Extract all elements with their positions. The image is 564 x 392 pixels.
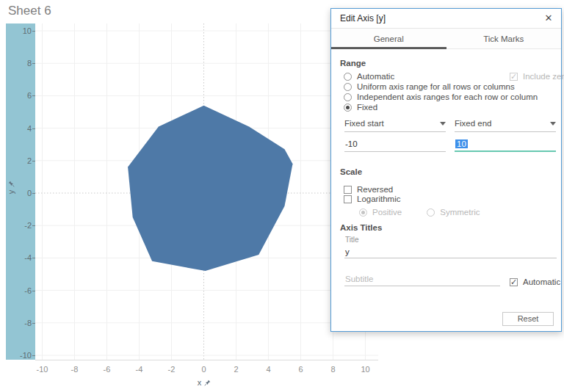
- y-tick-mark: [32, 95, 35, 96]
- y-tick-label: -4: [6, 253, 32, 262]
- include-zero-label: Include zero: [523, 72, 564, 81]
- y-tick-label: 8: [6, 59, 32, 68]
- y-tick-mark: [32, 31, 35, 32]
- y-tick-label: 2: [6, 156, 32, 165]
- chevron-down-icon[interactable]: [550, 122, 556, 126]
- symmetric-label: Symmetric: [440, 208, 480, 217]
- y-tick-label: -8: [6, 319, 32, 327]
- radio-independent-label[interactable]: Independent axis ranges for each row or …: [357, 92, 538, 101]
- subtitle-input-underline: [344, 286, 500, 286]
- radio-icon[interactable]: [344, 104, 352, 112]
- y-tick-mark: [32, 63, 35, 64]
- log-scale-mode-radios: Positive Symmetric: [359, 207, 480, 217]
- radio-icon[interactable]: [344, 83, 352, 91]
- radio-icon[interactable]: [344, 93, 352, 101]
- x-tick-label: 10: [355, 365, 377, 374]
- radio-icon: [359, 208, 367, 217]
- tab-tick-marks[interactable]: Tick Marks: [446, 29, 562, 48]
- radio-icon: [427, 208, 435, 217]
- dialog-tabs: General Tick Marks: [331, 29, 561, 49]
- x-tick-label: -2: [161, 365, 183, 374]
- subtitle-input[interactable]: Subtitle: [345, 275, 373, 283]
- checkbox-icon[interactable]: [510, 278, 518, 286]
- checkbox-icon[interactable]: [344, 195, 352, 203]
- range-heading: Range: [340, 59, 366, 68]
- x-tick-label: 8: [322, 365, 344, 374]
- y-tick-mark: [32, 323, 35, 324]
- title-input[interactable]: y: [345, 247, 350, 256]
- fixed-end-dropdown-underline: [455, 131, 556, 132]
- x-tick-label: 4: [258, 365, 280, 374]
- scale-heading: Scale: [340, 167, 362, 176]
- selected-text: 10: [455, 139, 468, 148]
- x-axis-title-label: x: [198, 378, 202, 387]
- include-zero-checkbox: Include zero: [510, 71, 564, 81]
- fixed-start-input[interactable]: -10: [345, 139, 358, 148]
- checkbox-icon[interactable]: [344, 186, 352, 194]
- automatic-checkbox[interactable]: Automatic: [510, 277, 560, 287]
- x-tick-label: -6: [96, 365, 118, 374]
- radio-uniform[interactable]: Uniform axis range for all rows or colum…: [344, 81, 515, 92]
- fixed-start-dropdown[interactable]: Fixed start: [344, 119, 446, 128]
- pin-icon: [8, 181, 15, 187]
- radio-independent[interactable]: Independent axis ranges for each row or …: [344, 92, 538, 102]
- y-axis-title[interactable]: y: [6, 178, 16, 197]
- x-tick-label: -4: [129, 365, 151, 374]
- y-tick-mark: [32, 161, 35, 161]
- y-tick-mark: [32, 225, 35, 226]
- checkbox-icon: [510, 73, 518, 81]
- y-tick-mark: [32, 258, 35, 258]
- pin-icon: [204, 380, 211, 386]
- x-tick-label: -10: [32, 365, 54, 374]
- y-tick-mark: [32, 128, 35, 129]
- y-tick-label: 10: [6, 26, 32, 35]
- fixed-end-focus-underline: [455, 150, 556, 152]
- title-input-underline: [344, 258, 557, 258]
- reset-button[interactable]: Reset: [502, 312, 554, 326]
- tab-general[interactable]: General: [331, 29, 446, 48]
- dialog-header: Edit Axis [y] ✕: [331, 9, 561, 29]
- dialog-title: Edit Axis [y]: [340, 9, 386, 29]
- y-tick-label: 6: [6, 91, 32, 100]
- radio-fixed-label[interactable]: Fixed: [357, 103, 377, 112]
- edit-axis-dialog: Edit Axis [y] ✕ General Tick Marks Range…: [330, 8, 562, 332]
- axis-titles-heading: Axis Titles: [340, 223, 382, 232]
- x-tick-label: 0: [193, 365, 215, 374]
- radio-uniform-label[interactable]: Uniform axis range for all rows or colum…: [357, 82, 515, 91]
- tableau-window: Sheet 6 1086420-2-4-6-8-10 -10-8-6-4-202…: [0, 0, 564, 392]
- fixed-end-dropdown[interactable]: Fixed end: [455, 119, 556, 128]
- fixed-end-label: Fixed end: [455, 119, 492, 128]
- y-tick-label: -2: [6, 221, 32, 230]
- title-field-label: Title: [345, 236, 359, 244]
- reversed-label[interactable]: Reversed: [357, 185, 393, 194]
- fixed-end-input[interactable]: 10: [455, 139, 468, 148]
- x-axis-title[interactable]: x: [188, 377, 220, 388]
- polygon-mark[interactable]: [128, 106, 292, 271]
- logarithmic-checkbox[interactable]: Logarithmic: [344, 194, 400, 204]
- radio-fixed[interactable]: Fixed: [344, 102, 377, 112]
- radio-automatic-label[interactable]: Automatic: [357, 72, 394, 81]
- y-axis-title-label: y: [7, 190, 15, 195]
- radio-automatic[interactable]: Automatic: [344, 71, 394, 81]
- reversed-checkbox[interactable]: Reversed: [344, 184, 393, 195]
- y-tick-label: 4: [6, 124, 32, 133]
- close-icon[interactable]: ✕: [542, 12, 555, 25]
- logarithmic-label[interactable]: Logarithmic: [357, 195, 400, 203]
- y-tick-label: -10: [6, 351, 32, 360]
- y-tick-label: -6: [6, 286, 32, 295]
- fixed-start-dropdown-underline: [344, 131, 446, 132]
- x-tick-label: 6: [290, 365, 312, 374]
- fixed-start-input-underline: [344, 151, 446, 152]
- positive-label: Positive: [372, 208, 402, 217]
- automatic-label[interactable]: Automatic: [523, 277, 560, 286]
- x-tick-label: 2: [225, 365, 247, 374]
- chevron-down-icon[interactable]: [440, 122, 446, 126]
- y-tick-mark: [32, 193, 35, 194]
- y-tick-mark: [32, 291, 35, 291]
- fixed-start-label: Fixed start: [344, 119, 384, 128]
- y-tick-mark: [32, 355, 35, 356]
- x-tick-label: -8: [64, 365, 86, 374]
- radio-icon[interactable]: [344, 73, 352, 81]
